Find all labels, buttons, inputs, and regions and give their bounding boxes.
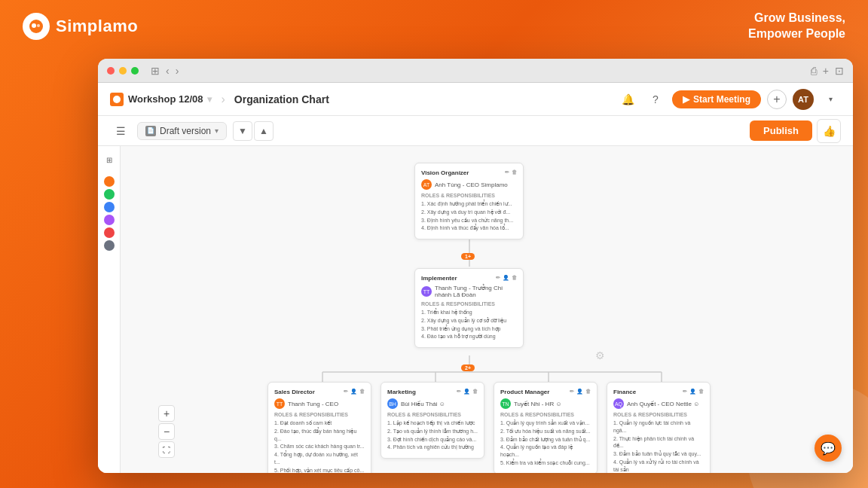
finance-person-name: Anh Quyết - CEO Nettle ☺ [627,401,699,407]
workspace-label: Workshop 12/08 ▾ [110,93,212,106]
org-canvas: 1+ 2+ Vision Organizer ✏ 🗑 AT Anh Tùng -… [121,146,853,473]
chrome-back-btn[interactable]: ‹ [166,65,170,77]
header-actions: 🔔 ? ▶ Start Meeting + AT ▾ [618,89,841,110]
connection-badge-2: 2+ [461,364,475,371]
vision-organizer-node[interactable]: Vision Organizer ✏ 🗑 AT Anh Tùng - CEO S… [414,163,524,239]
help-button[interactable]: ? [645,89,666,110]
sidebar-color-blue[interactable] [104,202,115,212]
sales-node-title: Sales Director [274,389,315,395]
sales-edit-icon[interactable]: ✏ [344,389,348,395]
main-window: ⊞ ‹ › ⎙ + ⊡ Workshop 12/08 ▾ › Organizat… [98,59,853,473]
feedback-button[interactable]: 👍 [817,119,841,143]
finance-person: AQ Anh Quyết - CEO Nettle ☺ [613,398,704,409]
user-menu-btn[interactable]: ▾ [820,89,841,110]
page-title: Organization Chart [234,93,329,105]
implementer-role-2: 2. Xây dựng và quản lý cơ sở dữ liệu [421,317,517,325]
bell-button[interactable]: 🔔 [618,89,639,110]
marketing-person-name: Bùi Hiếu Thái ☺ [401,401,445,407]
marketing-node[interactable]: Marketing ✏ 👤 🗑 BH Bùi Hiếu Thái ☺ Roles… [381,382,484,459]
vision-node-header: Vision Organizer ✏ 🗑 [421,169,517,176]
implementer-edit-icon[interactable]: ✏ [496,275,500,282]
product-person: TN Tuyết Nhi - HR ☺ [500,398,591,409]
vision-node-title: Vision Organizer [421,169,469,176]
sales-director-node[interactable]: Sales Director ✏ 👤 🗑 TT Thanh Tung - CEO… [267,382,371,473]
sales-delete-icon[interactable]: 🗑 [359,389,365,395]
draft-version-selector[interactable]: 📄 Draft version ▾ [137,122,227,140]
chrome-forward-btn[interactable]: › [176,65,179,77]
sidebar-color-orange[interactable] [104,176,115,187]
marketing-role-1: 1. Lập kế hoạch tiếp thị và chiến lược [387,419,478,427]
sales-role-3: 3. Chăm sóc các khách hàng quan tr... [274,443,365,450]
more-icon[interactable]: ⊡ [835,65,844,77]
sales-person-icon[interactable]: 👤 [350,389,357,395]
vision-role-2: 2. Xây dựng và duy trì quan hệ với đ... [421,209,517,216]
vision-roles-label: Roles & Responsibilities [421,193,517,198]
product-delete-icon[interactable]: 🗑 [585,389,591,395]
chrome-close-dot[interactable] [107,67,115,75]
implementer-person-name: Thanh Tung - Trưởng Chi nhánh Lã Đoàn [435,285,517,298]
finance-edit-icons: ✏ 👤 🗑 [683,389,704,395]
implementer-delete-icon[interactable]: 🗑 [512,275,517,282]
implementer-edit-icons: ✏ 👤 🗑 [496,275,517,282]
nav-down-button[interactable]: ▼ [233,121,252,141]
marketing-avatar: BH [387,398,398,409]
product-edit-icon[interactable]: ✏ [570,389,574,395]
product-role-3: 3. Đảm bảo chất lượng và tuân thủ q... [500,436,591,444]
finance-person-icon[interactable]: 👤 [689,389,696,395]
chrome-nav: ⊞ ‹ › [151,65,179,77]
fit-screen-button[interactable]: ⛶ [158,441,175,458]
vision-edit-icon[interactable]: ✏ [505,169,509,176]
top-bar: Simplamo Grow Business, Empower People [0,0,868,53]
new-tab-icon[interactable]: + [823,65,829,77]
finance-role-1: 1. Quản lý nguồn lực tài chính và ngâ... [613,419,704,435]
marketing-role-3: 3. Đợt hình chiến dịch quảng cáo và... [387,436,478,444]
sidebar-color-green[interactable] [104,189,115,200]
draft-chevron-icon: ▾ [215,127,219,135]
product-role-5: 5. Kiểm tra và kiểm soạc chuỗi cung... [500,459,591,467]
zoom-in-button[interactable]: + [158,405,175,422]
avatar-button[interactable]: AT [793,89,814,110]
vision-person-name: Anh Tùng - CEO Simplamo [435,181,508,188]
product-person-icon[interactable]: 👤 [576,389,583,395]
finance-node[interactable]: Finance ✏ 👤 🗑 AQ Anh Quyết - CEO Nettle … [607,382,711,473]
zoom-controls: + − ⛶ [158,405,175,458]
sidebar-tool-1[interactable]: ⊞ [102,152,117,167]
vision-role-4: 4. Định hình và thúc đẩy văn hóa tổ... [421,224,517,232]
start-meeting-button[interactable]: ▶ Start Meeting [672,90,761,108]
share-icon[interactable]: ⎙ [811,65,817,77]
publish-button[interactable]: Publish [750,120,812,141]
vision-avatar: AT [421,179,432,190]
chrome-minimize-dot[interactable] [119,67,127,75]
implementer-role-1: 1. Triển khai hệ thống [421,309,517,316]
vision-delete-icon[interactable]: 🗑 [512,169,517,176]
implementer-node[interactable]: Implementer ✏ 👤 🗑 TT Thanh Tung - Trưởng… [414,268,524,348]
svg-point-2 [37,24,40,27]
sidebar-color-purple[interactable] [104,215,115,225]
chrome-window-icon: ⊞ [151,65,160,77]
add-button[interactable]: + [767,90,787,109]
sidebar-color-red[interactable] [104,227,115,238]
chrome-maximize-dot[interactable] [131,67,139,75]
zoom-out-button[interactable]: − [158,423,175,440]
header-separator: › [221,93,225,106]
nav-up-button[interactable]: ▲ [254,121,274,141]
finance-node-header: Finance ✏ 👤 🗑 [613,389,704,395]
menu-toggle-button[interactable]: ☰ [110,120,131,142]
settings-icon[interactable]: ⚙ [595,349,605,361]
finance-edit-icon[interactable]: ✏ [683,389,687,395]
finance-delete-icon[interactable]: 🗑 [698,389,704,395]
chat-button[interactable]: 💬 [815,435,842,462]
sidebar-color-gray[interactable] [104,240,115,251]
implementer-role-3: 3. Phát triển ứng dụng và tích hợp [421,325,517,333]
start-meeting-label: Start Meeting [693,94,750,105]
product-manager-node[interactable]: Product Manager ✏ 👤 🗑 TN Tuyết Nhi - HR … [494,382,598,473]
product-node-title: Product Manager [500,389,549,395]
marketing-person-icon[interactable]: 👤 [463,389,470,395]
marketing-delete-icon[interactable]: 🗑 [472,389,478,395]
implementer-person-icon[interactable]: 👤 [503,275,509,282]
app-header: Workshop 12/08 ▾ › Organization Chart 🔔 … [98,83,853,116]
product-role-4: 4. Quản lý nguồn tạo và đáp lệ hoạch... [500,444,591,459]
marketing-edit-icon[interactable]: ✏ [457,389,461,395]
workspace-chevron[interactable]: ▾ [207,94,212,105]
marketing-role-2: 2. Tạo và quản lý thính lẫm thương h... [387,428,478,435]
